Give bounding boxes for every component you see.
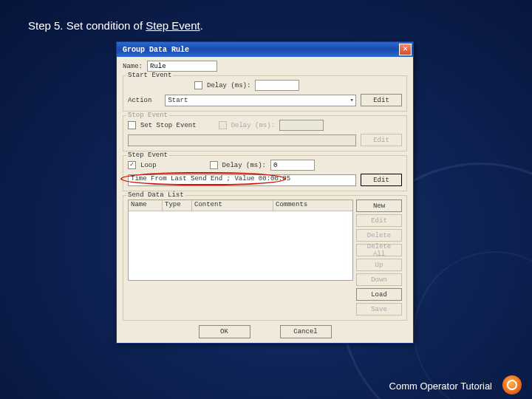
step-delay-checkbox[interactable] xyxy=(210,161,218,169)
col-type[interactable]: Type xyxy=(163,200,192,211)
step-delay-label: Delay (ms): xyxy=(222,162,266,169)
step-event-group: Step Event ✓ Loop Delay (ms): Time From … xyxy=(123,155,407,191)
delete-all-button: Delete All xyxy=(356,244,402,256)
stop-delay-checkbox xyxy=(219,121,227,129)
loop-checkbox[interactable]: ✓ xyxy=(128,161,136,169)
stop-event-title: Stop Event xyxy=(126,112,169,119)
step-delay-input[interactable] xyxy=(270,160,315,171)
cancel-button[interactable]: Cancel xyxy=(280,325,332,338)
set-stop-event-checkbox[interactable] xyxy=(128,121,136,129)
step-event-title: Step Event xyxy=(126,151,169,159)
slide-step-title: Step 5. Set condition of Step Event. xyxy=(28,19,203,32)
down-button: Down xyxy=(356,273,402,286)
name-label: Name: xyxy=(123,63,143,70)
group-data-rule-dialog: Group Data Rule ✕ Name: Start Event Dela… xyxy=(116,41,414,344)
stop-delay-label: Delay (ms): xyxy=(231,122,275,129)
send-data-title: Send Data List xyxy=(126,191,185,199)
stop-edit-button: Edit xyxy=(361,134,402,146)
name-input[interactable] xyxy=(147,61,217,72)
step-suffix: . xyxy=(200,19,203,32)
col-name[interactable]: Name xyxy=(129,200,163,211)
start-delay-checkbox[interactable] xyxy=(194,81,202,89)
step-condition-input[interactable]: Time From Last Send End ; Value 00:00:05 xyxy=(128,174,356,186)
table-header: Name Type Content Comments xyxy=(129,200,352,211)
dialog-titlebar[interactable]: Group Data Rule ✕ xyxy=(117,42,413,57)
col-content[interactable]: Content xyxy=(192,200,273,211)
close-icon[interactable]: ✕ xyxy=(399,44,412,55)
start-edit-button[interactable]: Edit xyxy=(361,94,402,106)
start-delay-input[interactable] xyxy=(255,80,299,91)
start-event-group: Start Event Delay (ms): Action Start Edi… xyxy=(123,75,407,112)
step-edit-button[interactable]: Edit xyxy=(361,174,402,186)
start-action-dropdown[interactable]: Start xyxy=(165,95,356,106)
stop-condition-input xyxy=(128,134,356,146)
stop-delay-input xyxy=(279,120,324,131)
set-stop-label: Set Stop Event xyxy=(140,122,197,129)
start-delay-label: Delay (ms): xyxy=(207,82,250,89)
edit-list-button: Edit xyxy=(356,214,402,227)
send-data-table[interactable]: Name Type Content Comments xyxy=(128,200,353,281)
save-list-button: Save xyxy=(356,303,402,316)
load-button[interactable]: Load xyxy=(356,288,402,301)
step-emphasis: Step Event xyxy=(146,19,200,32)
logo-icon xyxy=(502,375,522,395)
start-action-value: Start xyxy=(168,97,188,104)
loop-label: Loop xyxy=(140,162,157,169)
start-action-label: Action xyxy=(128,97,151,104)
col-comments[interactable]: Comments xyxy=(273,200,352,211)
footer-label: Comm Operator Tutorial xyxy=(389,381,492,392)
ok-button[interactable]: OK xyxy=(199,325,250,338)
delete-button: Delete xyxy=(356,229,402,242)
up-button: Up xyxy=(356,259,402,271)
start-event-title: Start Event xyxy=(126,72,173,79)
stop-event-group: Stop Event Set Stop Event Delay (ms): Ed… xyxy=(123,115,407,151)
send-data-list-group: Send Data List Name Type Content Comment… xyxy=(123,195,407,321)
step-prefix: Step 5. Set condition of xyxy=(28,19,146,32)
new-button[interactable]: New xyxy=(356,200,402,212)
dialog-title: Group Data Rule xyxy=(123,46,189,54)
